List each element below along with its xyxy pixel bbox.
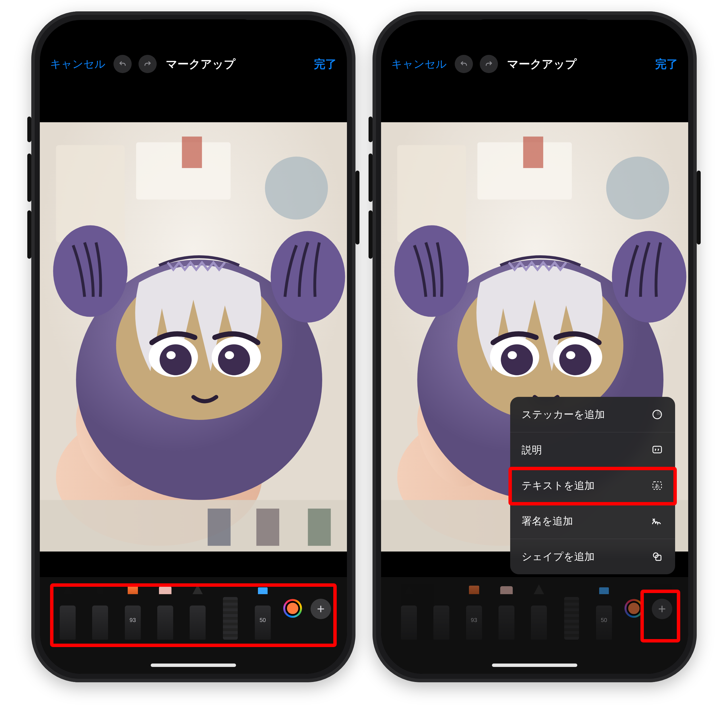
redo-button[interactable]: [139, 55, 157, 73]
highlighter-tool[interactable]: 50: [592, 594, 616, 640]
done-button[interactable]: 完了: [655, 56, 678, 72]
svg-point-13: [159, 344, 192, 375]
nav-bar: キャンセル マークアップ 完了: [40, 48, 347, 80]
pencil-tool[interactable]: [527, 594, 551, 640]
highlight-add-text: [508, 467, 677, 506]
svg-rect-19: [256, 509, 279, 546]
highlight-toolbar: [50, 583, 337, 647]
shape-icon: [651, 550, 664, 563]
ruler-tool[interactable]: [560, 594, 583, 640]
svg-point-24: [606, 156, 669, 220]
svg-rect-20: [308, 509, 331, 546]
svg-rect-17: [40, 500, 347, 552]
svg-rect-25: [523, 136, 543, 168]
volume-up: [369, 153, 372, 202]
sticker-icon: [651, 408, 664, 421]
pen-tool[interactable]: [397, 594, 421, 640]
done-button[interactable]: 完了: [314, 56, 337, 72]
cancel-button[interactable]: キャンセル: [391, 57, 447, 71]
phone-frame-left: キャンセル マークアップ 完了: [31, 11, 356, 682]
power-button: [356, 171, 359, 245]
marker-size: 93: [471, 617, 477, 624]
home-indicator[interactable]: [151, 664, 236, 667]
volume-down: [369, 210, 372, 259]
power-button: [697, 171, 701, 245]
undo-button[interactable]: [114, 55, 131, 73]
redo-button[interactable]: [480, 55, 498, 73]
undo-button[interactable]: [455, 55, 473, 73]
svg-point-37: [566, 351, 575, 359]
menu-item-label: 署名を追加: [521, 514, 573, 528]
svg-point-15: [166, 351, 176, 359]
menu-add-shape[interactable]: シェイプを追加: [510, 539, 675, 574]
silence-switch: [27, 117, 31, 142]
svg-point-35: [560, 344, 592, 375]
notch: [132, 19, 254, 41]
nav-title: マークアップ: [507, 56, 577, 72]
svg-rect-18: [208, 509, 230, 546]
notch: [474, 19, 596, 41]
cancel-button[interactable]: キャンセル: [50, 57, 105, 71]
brush-tool[interactable]: [430, 594, 453, 640]
nav-title: マークアップ: [166, 56, 235, 72]
svg-rect-4: [182, 136, 202, 168]
selected-color-swatch: [626, 601, 641, 616]
highlight-add-button: [641, 590, 680, 643]
signature-icon: [651, 515, 664, 528]
phone-frame-right: キャンセル マークアップ 完了: [372, 11, 697, 682]
svg-point-34: [501, 344, 533, 375]
volume-up: [27, 153, 31, 202]
svg-rect-40: [653, 446, 662, 453]
svg-point-16: [225, 351, 234, 359]
marker-tool[interactable]: 93: [462, 594, 486, 640]
menu-add-signature[interactable]: 署名を追加: [510, 503, 675, 539]
menu-description[interactable]: 説明: [510, 432, 675, 468]
menu-add-sticker[interactable]: ステッカーを追加: [510, 397, 675, 432]
nav-bar: キャンセル マークアップ 完了: [381, 48, 688, 80]
home-indicator[interactable]: [492, 664, 577, 667]
volume-down: [27, 210, 31, 259]
svg-point-3: [265, 156, 328, 220]
menu-item-label: ステッカーを追加: [521, 408, 605, 422]
svg-point-36: [508, 351, 517, 359]
menu-item-label: シェイプを追加: [521, 550, 595, 564]
highlighter-size: 50: [601, 617, 607, 624]
quote-icon: [651, 444, 664, 457]
eraser-tool[interactable]: [495, 594, 518, 640]
photo-canvas[interactable]: [40, 122, 347, 552]
silence-switch: [369, 117, 372, 142]
svg-point-14: [218, 344, 250, 375]
menu-item-label: 説明: [521, 443, 542, 457]
